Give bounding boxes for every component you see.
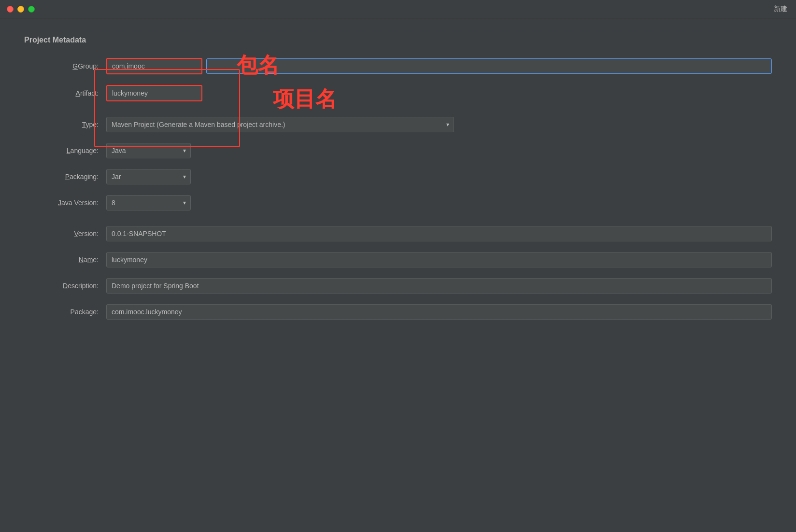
description-input[interactable] [106, 278, 772, 294]
group-row: GGroup: [24, 58, 772, 74]
language-select-wrapper: Java Kotlin Groovy [106, 143, 191, 158]
language-label: Language: [24, 147, 106, 154]
title-bar: 新建 [0, 0, 796, 18]
minimize-button[interactable] [17, 6, 24, 13]
type-select[interactable]: Maven Project (Generate a Maven based pr… [106, 117, 454, 132]
language-select[interactable]: Java Kotlin Groovy [106, 143, 191, 158]
language-row: Language: Java Kotlin Groovy [24, 143, 772, 158]
name-input[interactable] [106, 252, 772, 267]
java-version-select[interactable]: 8 11 17 [106, 195, 191, 210]
packaging-select-wrapper: Jar War [106, 169, 191, 184]
type-row: Type: Maven Project (Generate a Maven ba… [24, 117, 772, 132]
type-select-wrapper: Maven Project (Generate a Maven based pr… [106, 117, 454, 132]
package-label: Package: [24, 308, 106, 316]
packaging-select[interactable]: Jar War [106, 169, 191, 184]
artifact-row: Artifact: [24, 85, 772, 101]
section-title: Project Metadata [24, 36, 772, 44]
java-version-label: Java Version: [24, 199, 106, 207]
type-label: Type: [24, 121, 106, 128]
name-label: Name: [24, 256, 106, 264]
group-input[interactable] [106, 58, 202, 74]
packaging-label: Packaging: [24, 173, 106, 181]
java-version-row: Java Version: 8 11 17 [24, 195, 772, 210]
close-button[interactable] [7, 6, 14, 13]
artifact-label: Artifact: [24, 89, 106, 97]
packaging-row: Packaging: Jar War [24, 169, 772, 184]
maximize-button[interactable] [28, 6, 35, 13]
version-row: Version: [24, 226, 772, 241]
description-label: Description: [24, 282, 106, 290]
artifact-input[interactable] [106, 85, 202, 101]
highlight-box [94, 69, 240, 147]
name-row: Name: [24, 252, 772, 267]
java-version-select-wrapper: 8 11 17 [106, 195, 191, 210]
main-content: 包名 项目名 Project Metadata GGroup: Artifact… [0, 18, 796, 350]
package-row: Package: [24, 304, 772, 320]
version-input[interactable] [106, 226, 772, 241]
traffic-lights [7, 6, 35, 13]
group-label: GGroup: [24, 62, 106, 70]
new-label: 新建 [774, 5, 787, 14]
group-full-input[interactable] [206, 58, 772, 74]
description-row: Description: [24, 278, 772, 294]
version-label: Version: [24, 230, 106, 238]
package-input[interactable] [106, 304, 772, 320]
